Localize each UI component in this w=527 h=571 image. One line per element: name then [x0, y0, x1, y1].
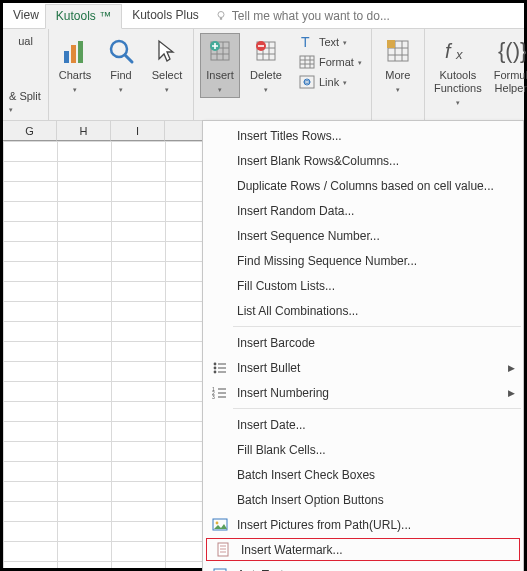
svg-point-40 [214, 366, 217, 369]
link-button[interactable]: Link ▾ [296, 73, 365, 91]
col-header[interactable] [165, 121, 205, 141]
kutools-functions-button[interactable]: fx KutoolsFunctions ▾ [431, 33, 485, 111]
svg-rect-26 [300, 76, 314, 88]
tab-kutools[interactable]: Kutools ™ [45, 4, 122, 29]
submenu-arrow-icon: ▶ [508, 363, 515, 373]
svg-text:f: f [445, 40, 453, 62]
menu-batch-insert-option-buttons[interactable]: Batch Insert Option Buttons [203, 487, 523, 512]
svg-point-42 [214, 370, 217, 373]
svg-rect-2 [64, 51, 69, 63]
more-icon [382, 35, 414, 67]
svg-rect-3 [71, 45, 76, 63]
svg-rect-4 [78, 41, 83, 63]
col-header[interactable]: G [3, 121, 57, 141]
select-icon [151, 35, 183, 67]
menu-insert-watermark[interactable]: Insert Watermark... [206, 538, 520, 561]
select-button[interactable]: Select▾ [147, 33, 187, 98]
menu-insert-barcode[interactable]: Insert Barcode [203, 330, 523, 355]
ribbon-split[interactable]: & Split ▾ [7, 86, 44, 118]
menu-batch-insert-checkboxes[interactable]: Batch Insert Check Boxes [203, 462, 523, 487]
bullet-icon [207, 357, 233, 379]
autotext-icon: A [207, 564, 233, 572]
text-icon: T [299, 34, 315, 50]
svg-line-6 [125, 55, 132, 62]
menu-insert-pictures-url[interactable]: Insert Pictures from Path(URL)... [203, 512, 523, 537]
tab-kutools-plus[interactable]: Kutools Plus [122, 4, 209, 27]
col-header[interactable]: I [111, 121, 165, 141]
format-icon [299, 54, 315, 70]
tell-me-search[interactable]: Tell me what you want to do... [215, 9, 390, 23]
link-icon [299, 74, 315, 90]
svg-rect-1 [220, 17, 222, 19]
menu-insert-bullet[interactable]: Insert Bullet▶ [203, 355, 523, 380]
numbering-icon: 123 [207, 382, 233, 404]
insert-icon [204, 35, 236, 67]
insert-dropdown-menu: Insert Titles Rows... Insert Blank Rows&… [202, 120, 524, 571]
find-icon [105, 35, 137, 67]
menu-insert-random-data[interactable]: Insert Random Data... [203, 198, 523, 223]
tab-view[interactable]: View [7, 4, 45, 27]
menu-fill-custom-lists[interactable]: Fill Custom Lists... [203, 273, 523, 298]
menu-find-missing-sequence[interactable]: Find Missing Sequence Number... [203, 248, 523, 273]
menu-autotext[interactable]: A AutoText [203, 562, 523, 571]
menu-fill-blank-cells[interactable]: Fill Blank Cells... [203, 437, 523, 462]
picture-icon [207, 514, 233, 536]
col-header[interactable]: H [57, 121, 111, 141]
watermark-icon [211, 539, 237, 561]
submenu-arrow-icon: ▶ [508, 388, 515, 398]
svg-text:{()}: {()} [498, 38, 526, 63]
tell-me-label: Tell me what you want to do... [232, 9, 390, 23]
menu-insert-numbering[interactable]: 123 Insert Numbering▶ [203, 380, 523, 405]
format-button[interactable]: Format ▾ [296, 53, 365, 71]
delete-button[interactable]: Delete▾ [246, 33, 286, 98]
braces-icon: {()} [495, 35, 527, 67]
svg-text:3: 3 [212, 394, 215, 400]
menu-duplicate-rows-cols[interactable]: Duplicate Rows / Columns based on cell v… [203, 173, 523, 198]
formula-helper-button[interactable]: {()} FormulHelper [491, 33, 527, 97]
svg-point-38 [214, 362, 217, 365]
text-button[interactable]: T Text ▾ [296, 33, 365, 51]
charts-icon [59, 35, 91, 67]
find-button[interactable]: Find▾ [101, 33, 141, 98]
fx-icon: fx [442, 35, 474, 67]
menu-insert-sequence-number[interactable]: Insert Sequence Number... [203, 223, 523, 248]
svg-point-27 [304, 79, 310, 85]
menu-list-all-combinations[interactable]: List All Combinations... [203, 298, 523, 323]
delete-icon [250, 35, 282, 67]
svg-text:T: T [301, 34, 310, 50]
insert-button[interactable]: Insert▾ [200, 33, 240, 98]
svg-point-51 [216, 521, 219, 524]
bulb-icon [215, 10, 227, 22]
svg-text:x: x [455, 47, 463, 62]
svg-rect-34 [387, 40, 395, 48]
svg-rect-21 [300, 56, 314, 68]
menu-insert-date[interactable]: Insert Date... [203, 412, 523, 437]
more-button[interactable]: More▾ [378, 33, 418, 98]
svg-point-28 [304, 81, 310, 84]
ribbon-ual[interactable]: ual [16, 31, 35, 51]
charts-button[interactable]: Charts▾ [55, 33, 95, 98]
ribbon-tabs: View Kutools ™ Kutools Plus Tell me what… [3, 3, 524, 29]
menu-insert-blank-rows-cols[interactable]: Insert Blank Rows&Columns... [203, 148, 523, 173]
menu-insert-titles-rows[interactable]: Insert Titles Rows... [203, 123, 523, 148]
ribbon: ual & Split ▾ Charts▾ Find▾ [3, 29, 524, 121]
svg-point-0 [218, 11, 224, 17]
